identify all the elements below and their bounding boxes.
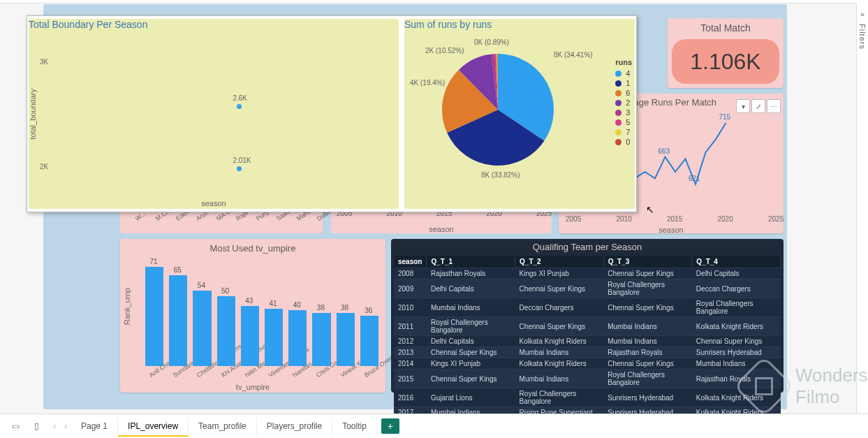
table-row[interactable]: 2011Royal Challengers BangaloreChennai S… — [394, 317, 781, 336]
card-title: Total Match — [668, 22, 784, 34]
pie-label: 8K (34.41%) — [554, 51, 593, 59]
pie-label: 8K (33.82%) — [481, 171, 520, 179]
bar — [241, 306, 259, 366]
legend-title: runs — [615, 58, 632, 66]
cell: Delhi Capitals — [427, 279, 515, 298]
table-row[interactable]: 2012Delhi CapitalsKolkata Knight RidersM… — [394, 336, 781, 347]
data-point — [237, 104, 242, 109]
bar-value: 41 — [265, 300, 281, 307]
mouse-cursor: ↖ — [646, 204, 654, 215]
cell: Royal Challengers Bangalore — [692, 298, 781, 317]
page-tabs: ▭ ▯ ‹ › Page 1IPL_overviewTeam_profilePl… — [0, 414, 868, 438]
column-header[interactable]: season — [394, 256, 427, 268]
column-header[interactable]: Q_T_2 — [515, 256, 604, 268]
axis-label: season — [559, 226, 784, 234]
table-row[interactable]: 2016Gujarat LionsRoyal Challengers Banga… — [394, 388, 781, 407]
watermark-line1: Wonders — [795, 365, 868, 386]
value-label: 663 — [659, 147, 670, 155]
legend-item[interactable]: 0 — [615, 138, 632, 146]
legend-item[interactable]: 7 — [615, 128, 632, 136]
table-row[interactable]: 2009Delhi CapitalsChennai Super KingsRoy… — [394, 279, 781, 298]
data-point — [237, 166, 242, 171]
report-canvas: W...M.Chi...Eden...Arun J...MA C...Rajiv… — [43, 4, 787, 409]
bar — [312, 313, 330, 366]
tile-umpire-bar[interactable]: Most Used tv_umpire Rank_ump 71Anil Chau… — [120, 239, 385, 393]
column-header[interactable]: Q_T_3 — [603, 256, 692, 268]
add-page-button[interactable]: + — [381, 418, 399, 434]
cell: Sunrisers Hyderabad — [603, 388, 692, 407]
filter-icon[interactable]: ▾ — [736, 99, 750, 113]
cell: 2014 — [394, 358, 427, 370]
cell: Deccan Chargers — [692, 279, 781, 298]
legend-item[interactable]: 6 — [615, 89, 632, 97]
bar-value: 65 — [169, 266, 186, 274]
bar — [193, 291, 211, 366]
table-row[interactable]: 2010Mumbai IndiansDeccan ChargersChennai… — [394, 298, 781, 317]
chevron-left-icon[interactable]: « — [860, 10, 865, 18]
qualifying-table[interactable]: seasonQ_T_1Q_T_2Q_T_3Q_T_4 2008Rajasthan… — [394, 256, 781, 429]
cell: Chennai Super Kings — [603, 268, 692, 279]
chart-title: Total Boundary Per Season — [29, 19, 399, 30]
cell: Mumbai Indians — [603, 336, 692, 347]
cell: Royal Challengers Bangalore — [603, 370, 692, 388]
tab-page-1[interactable]: Page 1 — [71, 417, 118, 435]
tab-team-profile[interactable]: Team_profile — [189, 417, 257, 435]
bar — [265, 309, 283, 366]
column-header[interactable]: Q_T_4 — [692, 256, 781, 268]
next-page-icon[interactable]: › — [60, 421, 71, 431]
value-label: 621 — [689, 175, 700, 182]
bar-value: 54 — [193, 282, 209, 289]
cell: Rajasthan Royals — [603, 347, 692, 358]
tab-tooltip[interactable]: Tooltip — [332, 417, 377, 435]
legend-item[interactable]: 3 — [615, 108, 632, 117]
data-label: 2.01K — [233, 156, 251, 164]
popout-pie[interactable]: Sum of runs by runs runs 41623570 8K (34… — [404, 19, 635, 209]
legend-item[interactable]: 2 — [615, 98, 632, 107]
desktop-layout-icon[interactable]: ▭ — [7, 418, 24, 435]
tile-qualifying-table[interactable]: Qualifing Team per Season seasonQ_T_1Q_T… — [391, 239, 784, 393]
table-row[interactable]: 2013Chennai Super KingsMumbai IndiansRaj… — [394, 347, 781, 358]
legend-item[interactable]: 1 — [615, 79, 632, 87]
card-value: 1.106K — [672, 39, 779, 84]
table-row[interactable]: 2008Rajasthan RoyalsKings XI PunjabChenn… — [394, 268, 781, 279]
tab-players-profile[interactable]: Players_profile — [257, 417, 332, 435]
legend-item[interactable]: 5 — [615, 118, 632, 126]
chart-title: Sum of runs by runs — [404, 19, 635, 30]
filters-label: Filters — [858, 24, 867, 50]
cell: Chennai Super Kings — [427, 347, 515, 358]
popout-scatter[interactable]: Total Boundary Per Season total_boundary… — [29, 19, 399, 209]
pie-legend: runs 41623570 — [615, 58, 632, 147]
cell: Kolkata Knight Riders — [692, 317, 781, 336]
filters-pane-collapsed[interactable]: « Filters — [856, 3, 868, 414]
cell: Chennai Super Kings — [603, 298, 692, 317]
tab-ipl-overview[interactable]: IPL_overview — [118, 417, 189, 437]
chart-title: Most Used tv_umpire — [120, 243, 385, 254]
more-options-icon[interactable]: ⋯ — [767, 99, 781, 113]
card-total-match[interactable]: Total Match 1.106K — [668, 18, 784, 88]
focus-mode-icon[interactable]: ⤢ — [751, 99, 765, 113]
prev-page-icon[interactable]: ‹ — [49, 421, 60, 431]
cell: Mumbai Indians — [515, 370, 604, 388]
x-tick: 2010 — [617, 215, 632, 223]
scatter-plot: 2K3K2.6K2.01K — [59, 41, 395, 189]
bar — [145, 267, 163, 366]
cell: Chennai Super Kings — [515, 317, 604, 336]
popout-tooltip: Total Boundary Per Season total_boundary… — [27, 15, 637, 212]
mobile-layout-icon[interactable]: ▯ — [28, 418, 45, 435]
bar — [169, 275, 187, 366]
pie-label: 4K (19.4%) — [410, 79, 445, 87]
cell: Mumbai Indians — [427, 298, 515, 317]
table-row[interactable]: 2014Kings XI PunjabKolkata Knight Riders… — [394, 358, 781, 370]
x-tick: 2020 — [718, 215, 733, 223]
cell: 2010 — [394, 298, 427, 317]
axis-label: season — [331, 225, 552, 233]
cell: Sunrisers Hyderabad — [692, 347, 781, 358]
data-label: 2.6K — [233, 94, 247, 102]
legend-item[interactable]: 4 — [615, 69, 632, 78]
bar-plot: 71Anil Chaudhary65Sundaram Ravi54Chettit… — [145, 258, 378, 366]
cell: Mumbai Indians — [603, 317, 692, 336]
table-row[interactable]: 2015Chennai Super KingsMumbai IndiansRoy… — [394, 370, 781, 388]
cell: Delhi Capitals — [692, 268, 781, 279]
cell: Kolkata Knight Riders — [515, 358, 604, 370]
column-header[interactable]: Q_T_1 — [427, 256, 515, 268]
